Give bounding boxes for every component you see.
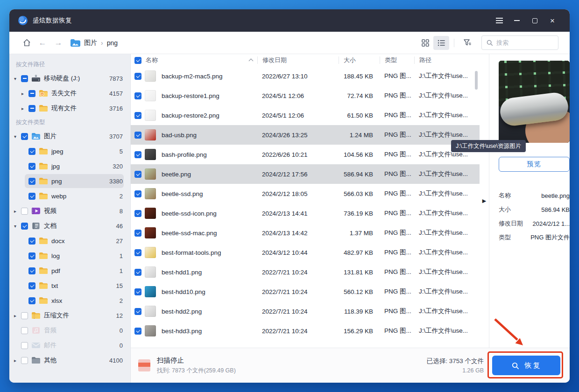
checkbox[interactable] <box>28 178 35 185</box>
sidebar-item-pdf[interactable]: pdf1 <box>9 263 130 278</box>
sidebar-item-现有文件[interactable]: ▸现有文件3716 <box>9 101 130 116</box>
checkbox[interactable] <box>28 148 35 155</box>
preview-button[interactable]: 预览 <box>499 157 570 172</box>
checkbox[interactable] <box>21 327 28 334</box>
sidebar-item-文档[interactable]: ▾文档46 <box>9 218 130 233</box>
column-header-path[interactable]: 路径 <box>414 56 480 64</box>
checkbox[interactable] <box>21 208 28 215</box>
chevron-down-icon[interactable]: ▾ <box>14 76 21 81</box>
file-row[interactable]: best-hdd1.png2022/7/21 10:24131.81 KBPNG… <box>131 262 480 282</box>
checkbox[interactable] <box>28 267 35 274</box>
checkbox[interactable] <box>134 92 141 99</box>
sidebar-item-txt[interactable]: txt15 <box>9 278 130 293</box>
checkbox[interactable] <box>28 297 35 304</box>
checkbox[interactable] <box>134 210 141 217</box>
checkbox[interactable] <box>134 328 141 335</box>
checkbox[interactable] <box>134 288 141 295</box>
column-header-type[interactable]: 类型 <box>380 56 414 64</box>
sidebar-item-webp[interactable]: webp2 <box>9 189 130 203</box>
checkbox[interactable] <box>28 193 35 200</box>
sidebar-item-邮件[interactable]: 邮件0 <box>9 338 130 353</box>
checkbox[interactable] <box>134 73 141 80</box>
column-header-size[interactable]: 大小 <box>339 56 380 64</box>
select-all-checkbox[interactable] <box>134 57 141 64</box>
recover-button[interactable]: 恢复 <box>492 356 560 375</box>
checkbox[interactable] <box>134 171 141 178</box>
sidebar-item-移动硬盘 (J:)[interactable]: ▾移动硬盘 (J:)7873 <box>9 71 130 86</box>
checkbox[interactable] <box>28 238 35 245</box>
file-row[interactable]: bad-usb.png2024/3/26 13:251.24 MBPNG 图..… <box>131 125 480 145</box>
breadcrumb-folder[interactable]: 图片 <box>84 39 97 47</box>
checkbox[interactable] <box>134 308 141 315</box>
sidebar-item-jpg[interactable]: jpg320 <box>9 159 130 174</box>
chevron-right-icon[interactable]: ▸ <box>14 358 21 363</box>
checkbox[interactable] <box>134 249 141 256</box>
sidebar-item-docx[interactable]: docx27 <box>9 233 130 248</box>
column-header-date[interactable]: 修改日期 <box>257 56 339 64</box>
file-row[interactable]: beetle-ssd.png2024/2/12 18:05566.03 KBPN… <box>131 184 480 203</box>
close-button[interactable]: × <box>544 14 561 28</box>
chevron-down-icon[interactable]: ▾ <box>14 134 21 139</box>
checkbox[interactable] <box>21 223 28 230</box>
sidebar-item-压缩文件[interactable]: ▸压缩文件12 <box>9 308 130 323</box>
sort-ascending-icon[interactable] <box>249 59 254 63</box>
file-row[interactable]: best-hdd10.png2022/7/21 10:24560.12 KBPN… <box>131 282 480 301</box>
preview-thumbnail[interactable] <box>499 61 570 143</box>
checkbox[interactable] <box>21 133 28 140</box>
chevron-right-icon[interactable]: ▸ <box>14 313 21 318</box>
checkbox[interactable] <box>28 105 35 112</box>
file-row[interactable]: bash-profile.png2022/6/26 10:21104.56 KB… <box>131 145 480 164</box>
sidebar-item-音频[interactable]: 音频0 <box>9 323 130 338</box>
file-row[interactable]: beetle-ssd-mac.png2024/2/13 14:421.37 MB… <box>131 223 480 243</box>
sidebar-item-丢失文件[interactable]: ▸丢失文件4157 <box>9 86 130 101</box>
sidebar-item-jpeg[interactable]: jpeg5 <box>9 144 130 159</box>
checkbox[interactable] <box>134 269 141 276</box>
maximize-button[interactable] <box>526 14 544 28</box>
chevron-right-icon[interactable]: ▸ <box>14 209 21 214</box>
checkbox[interactable] <box>21 312 28 319</box>
checkbox[interactable] <box>134 190 141 197</box>
breadcrumb-current[interactable]: png <box>107 39 118 47</box>
sidebar-item-图片[interactable]: ▾图片3707 <box>9 129 130 144</box>
checkbox[interactable] <box>21 75 28 82</box>
checkbox[interactable] <box>21 357 28 364</box>
search-input[interactable] <box>496 39 548 46</box>
home-button[interactable] <box>21 37 33 49</box>
minimize-button[interactable] <box>508 14 526 28</box>
column-header-name[interactable]: 名称 <box>131 56 257 64</box>
collapse-preview-button[interactable]: ▶ <box>480 54 489 348</box>
grid-view-button[interactable] <box>417 36 433 50</box>
file-row[interactable]: best-format-tools.png2024/3/12 10:44482.… <box>131 243 480 262</box>
file-row[interactable]: beetle.png2024/2/12 17:56586.94 KBPNG 图.… <box>131 164 480 184</box>
checkbox[interactable] <box>134 151 141 158</box>
chevron-right-icon[interactable]: ▸ <box>21 91 28 96</box>
filter-button[interactable] <box>459 36 475 50</box>
checkbox[interactable] <box>134 132 141 139</box>
checkbox[interactable] <box>21 342 28 349</box>
file-row[interactable]: best-hdd2.png2022/7/21 10:24118.39 KBPNG… <box>131 301 480 321</box>
chevron-down-icon[interactable]: ▾ <box>14 224 21 229</box>
sidebar-item-其他[interactable]: ▸其他4100 <box>9 353 130 368</box>
forward-button[interactable]: → <box>52 37 64 49</box>
file-row[interactable]: backup-restore1.png2024/5/1 12:0672.74 K… <box>131 86 480 105</box>
sidebar-item-png[interactable]: png3380 <box>9 174 130 189</box>
back-button[interactable]: ← <box>36 37 49 49</box>
file-row[interactable]: backup-restore2.png2024/5/1 12:0661.50 K… <box>131 105 480 125</box>
checkbox[interactable] <box>134 112 141 119</box>
checkbox[interactable] <box>134 230 141 237</box>
sidebar-item-xlsx[interactable]: xlsx2 <box>9 293 130 308</box>
checkbox[interactable] <box>28 252 35 259</box>
file-row[interactable]: backup-m2-mac5.png2022/6/27 13:10188.45 … <box>131 66 480 86</box>
list-view-button[interactable] <box>433 36 449 50</box>
checkbox[interactable] <box>28 90 35 97</box>
sidebar-item-log[interactable]: log1 <box>9 248 130 263</box>
checkbox[interactable] <box>28 163 35 170</box>
file-row[interactable]: beetle-ssd-icon.png2024/2/13 14:41736.19… <box>131 203 480 223</box>
menu-button[interactable] <box>490 14 508 28</box>
checkbox[interactable] <box>28 282 35 289</box>
search-box[interactable] <box>481 35 558 50</box>
vertical-scrollbar[interactable] <box>475 71 478 90</box>
sidebar-item-视频[interactable]: ▸视频8 <box>9 203 130 218</box>
chevron-right-icon[interactable]: ▸ <box>21 106 28 111</box>
file-row[interactable]: best-hdd3.png2022/7/21 10:24156.29 KBPNG… <box>131 321 480 341</box>
